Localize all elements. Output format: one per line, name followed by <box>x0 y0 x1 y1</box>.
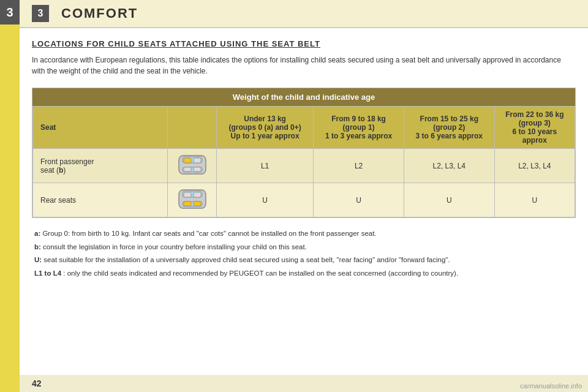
rear-col4: U <box>494 183 575 217</box>
section-title: LOCATIONS FOR CHILD SEATS ATTACHED USING… <box>32 39 576 48</box>
svg-rect-5 <box>184 167 191 172</box>
rear-col3: U <box>404 183 494 217</box>
chapter-number: 3 <box>0 0 20 24</box>
rear-col2: U <box>314 183 404 217</box>
front-col2: L2 <box>314 149 404 183</box>
col-under13: Under 13 kg(groups 0 (a) and 0+)Up to 1 … <box>217 107 314 149</box>
page-number: 42 <box>32 379 42 388</box>
front-col1: L1 <box>217 149 314 183</box>
svg-rect-6 <box>194 167 201 172</box>
table-row: Front passengerseat (b) <box>33 149 575 183</box>
col-22to36: From 22 to 36 kg(group 3)6 to 10 yearsap… <box>494 107 575 149</box>
svg-rect-10 <box>184 192 191 197</box>
seat-label-front: Front passengerseat (b) <box>33 149 168 183</box>
header-title: COMFORT <box>61 6 138 21</box>
front-col3: L2, L3, L4 <box>404 149 494 183</box>
rear-seat-car-svg <box>174 187 211 211</box>
front-seat-car-svg <box>174 153 211 177</box>
left-sidebar: 3 <box>0 0 20 392</box>
seat-label-rear: Rear seats <box>33 183 168 217</box>
table-row: Rear seats <box>33 183 575 217</box>
intro-text: In accordance with European regulations,… <box>32 55 576 77</box>
watermark: carmanualsoline.info <box>520 382 582 390</box>
car-icon-front <box>168 149 217 183</box>
footnotes: a: Group 0: from birth to 10 kg. Infant … <box>32 228 576 279</box>
header: 3 COMFORT <box>20 0 588 28</box>
col-icon <box>168 107 217 149</box>
svg-rect-11 <box>194 192 201 197</box>
front-col4: L2, L3, L4 <box>494 149 575 183</box>
rear-col1: U <box>217 183 314 217</box>
col-9to18: From 9 to 18 kg(group 1)1 to 3 years app… <box>314 107 404 149</box>
child-seats-table: Seat Under 13 kg(groups 0 (a) and 0+)Up … <box>32 106 575 217</box>
chapter-badge: 3 <box>32 5 49 22</box>
svg-rect-12 <box>184 202 191 206</box>
footnote-u: U: seat suitable for the installation of… <box>34 254 573 266</box>
table-header-row: Seat Under 13 kg(groups 0 (a) and 0+)Up … <box>33 107 575 149</box>
svg-rect-13 <box>194 202 201 206</box>
svg-rect-4 <box>194 158 201 163</box>
table-main-header: Weight of the child and indicative age <box>32 88 575 106</box>
main-content: 3 COMFORT LOCATIONS FOR CHILD SEATS ATTA… <box>20 0 588 392</box>
child-seats-table-wrapper: Weight of the child and indicative age S… <box>32 88 576 218</box>
col-15to25: From 15 to 25 kg(group 2)3 to 6 years ap… <box>404 107 494 149</box>
col-seat: Seat <box>33 107 168 149</box>
bottom-bar: 42 carmanualsoline.info <box>20 375 588 392</box>
car-icon-rear <box>168 183 217 217</box>
content-area: LOCATIONS FOR CHILD SEATS ATTACHED USING… <box>20 28 588 287</box>
footnote-l1-l4: L1 to L4 : only the child seats indicate… <box>34 268 573 280</box>
svg-rect-3 <box>184 158 191 163</box>
footnote-a: a: Group 0: from birth to 10 kg. Infant … <box>34 228 573 240</box>
footnote-b: b: consult the legislation in force in y… <box>34 241 573 254</box>
